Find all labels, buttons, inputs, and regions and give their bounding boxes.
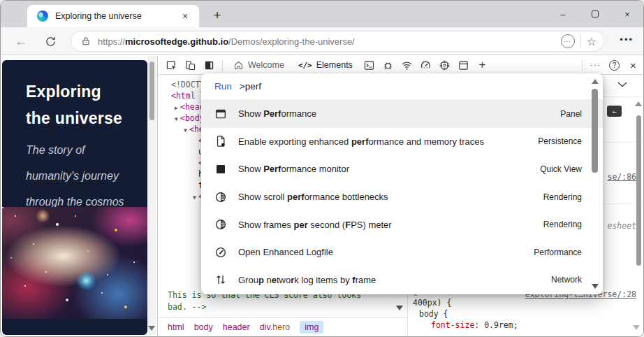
breadcrumb-item-header[interactable]: header bbox=[223, 322, 250, 332]
favorite-star-icon[interactable]: ☆ bbox=[587, 35, 597, 48]
command-item-label: Open Enhanced Logfile bbox=[238, 247, 534, 257]
command-item-label: Group network log items by frame bbox=[238, 275, 551, 285]
chevron-down-icon[interactable] bbox=[617, 82, 627, 87]
command-scroll-down-icon[interactable] bbox=[592, 284, 599, 289]
command-item-label: Enable exporting enhanced performance an… bbox=[238, 136, 538, 147]
breadcrumb-item-img[interactable]: img bbox=[300, 321, 323, 334]
edge-favicon-icon bbox=[37, 10, 48, 22]
help-icon[interactable]: ? bbox=[605, 56, 624, 74]
updown-arrows-icon bbox=[214, 273, 227, 286]
page-scrollbar[interactable] bbox=[147, 56, 156, 335]
browser-window: Exploring the universe × + – × ← https:/… bbox=[0, 0, 644, 337]
inspect-element-icon[interactable] bbox=[162, 56, 181, 74]
command-item-category: Network bbox=[551, 275, 582, 285]
add-tools-button[interactable]: + bbox=[473, 56, 492, 74]
breadcrumb-item-html[interactable]: html bbox=[168, 322, 184, 332]
browser-tab[interactable]: Exploring the universe × bbox=[27, 5, 199, 27]
command-query-text: >perf bbox=[240, 81, 261, 92]
command-item-category: Quick View bbox=[540, 164, 582, 174]
command-item[interactable]: Enable exporting enhanced performance an… bbox=[201, 128, 603, 156]
command-menu: Run >perf Show PerformancePanelEnable ex… bbox=[201, 73, 603, 294]
browser-toolbar: ← https://microsoftedge.github.io/Demos/… bbox=[1, 27, 643, 55]
browser-menu-button[interactable]: ••• bbox=[620, 34, 634, 45]
css-declaration[interactable]: font-size: 0.9rem; bbox=[413, 320, 643, 331]
network-icon[interactable] bbox=[397, 56, 416, 74]
command-scrollbar-thumb[interactable] bbox=[592, 89, 598, 173]
expand-arrow-icon[interactable]: ▼ bbox=[191, 192, 198, 203]
tab-elements-label: Elements bbox=[316, 60, 353, 70]
devtools-more-menu-icon[interactable]: ··· bbox=[586, 56, 605, 74]
command-item[interactable]: Show scroll performance bottlenecksRende… bbox=[201, 183, 603, 211]
css-value[interactable]: : 0.9rem; bbox=[474, 320, 518, 330]
code-brackets-icon: </> bbox=[298, 61, 312, 70]
element-state-button[interactable]: ← bbox=[607, 106, 622, 117]
tab-title: Exploring the universe bbox=[55, 11, 178, 21]
expand-arrow-icon[interactable]: ▼ bbox=[173, 114, 180, 125]
divider bbox=[222, 59, 223, 71]
css-selector[interactable]: body { bbox=[413, 308, 643, 320]
command-item-label: Show Performance bbox=[238, 108, 560, 119]
command-item-label: Show frames per second (FPS) meter bbox=[238, 220, 543, 230]
application-icon[interactable] bbox=[454, 56, 473, 74]
window-close-button[interactable]: × bbox=[611, 1, 643, 27]
new-tab-button[interactable]: + bbox=[207, 6, 227, 24]
devtools-toolbar-right: ··· ? × bbox=[578, 56, 643, 74]
divider bbox=[582, 59, 583, 71]
refresh-button[interactable] bbox=[41, 33, 59, 50]
breadcrumb-item-body[interactable]: body bbox=[194, 322, 213, 332]
console-icon[interactable] bbox=[360, 56, 379, 74]
tab-welcome[interactable]: Welcome bbox=[226, 56, 291, 74]
styles-scroll-down-icon[interactable] bbox=[633, 325, 640, 330]
command-item[interactable]: Show Performance monitorQuick View bbox=[201, 155, 603, 183]
command-item-category: Rendering bbox=[543, 192, 582, 202]
command-item[interactable]: Show frames per second (FPS) meterRender… bbox=[201, 210, 603, 238]
breadcrumb-item-div[interactable]: div.hero bbox=[260, 322, 291, 332]
page-scroll-down-icon[interactable] bbox=[148, 326, 155, 331]
divider bbox=[580, 35, 581, 48]
minimize-button[interactable]: – bbox=[547, 1, 579, 27]
command-item[interactable]: Open Enhanced LogfilePerformance bbox=[201, 238, 603, 266]
elements-scroll-down-icon[interactable] bbox=[396, 306, 403, 310]
performance-icon[interactable] bbox=[416, 56, 435, 74]
bottleneck-icon bbox=[214, 191, 227, 203]
command-item-category: Panel bbox=[560, 109, 582, 119]
command-scroll-up-icon[interactable] bbox=[592, 79, 599, 84]
command-item-category: Performance bbox=[534, 248, 582, 257]
stars-decoration bbox=[2, 207, 3, 208]
gauge-icon bbox=[214, 246, 227, 259]
tab-welcome-label: Welcome bbox=[248, 60, 284, 70]
tab-close-icon[interactable]: × bbox=[178, 9, 192, 23]
command-item-category: Rendering bbox=[543, 220, 582, 229]
devtools-toolbar: Welcome </> Elements bbox=[158, 56, 643, 75]
device-emulation-icon[interactable] bbox=[181, 56, 200, 74]
css-property[interactable]: font-size bbox=[431, 320, 474, 330]
address-bar-actions: ... ☆ bbox=[561, 34, 597, 48]
command-input[interactable]: Run >perf bbox=[201, 73, 603, 100]
page-scrollbar-thumb[interactable] bbox=[149, 62, 154, 120]
close-devtools-icon[interactable]: × bbox=[624, 56, 643, 74]
styles-scrollbar[interactable] bbox=[636, 101, 642, 315]
back-button[interactable]: ← bbox=[12, 33, 30, 50]
breadcrumb: htmlbodyheaderdiv.heroimg bbox=[158, 317, 407, 336]
galaxy-image bbox=[2, 207, 147, 319]
refresh-icon bbox=[45, 36, 57, 48]
stylesheet-link[interactable]: se/:86 bbox=[607, 172, 636, 182]
tab-elements[interactable]: </> Elements bbox=[291, 56, 360, 74]
styles-scroll-up-icon[interactable] bbox=[635, 101, 642, 106]
memory-icon[interactable] bbox=[435, 56, 454, 74]
export-trace-icon bbox=[214, 135, 227, 148]
address-bar[interactable]: https://microsoftedge.github.io/Demos/ex… bbox=[71, 31, 604, 52]
maximize-button[interactable] bbox=[579, 1, 611, 27]
bug-icon[interactable] bbox=[379, 56, 397, 74]
page-actions-icon[interactable]: ... bbox=[561, 34, 575, 48]
styles-scrollbar-thumb[interactable] bbox=[636, 115, 641, 266]
page-subtitle: The story of humanity's journey through … bbox=[26, 137, 147, 215]
command-item[interactable]: Show PerformancePanel bbox=[201, 100, 603, 128]
command-item[interactable]: Group network log items by frameNetwork bbox=[201, 266, 603, 294]
url-domain: microsoftedge.github.io bbox=[125, 36, 228, 47]
command-menu-scrollbar[interactable] bbox=[592, 79, 599, 290]
tab-strip: Exploring the universe × + – × bbox=[1, 1, 643, 27]
page-title: Exploringthe universe bbox=[26, 78, 147, 131]
expand-arrow-icon[interactable]: ▼ bbox=[182, 125, 189, 136]
dock-side-icon[interactable] bbox=[200, 56, 219, 74]
